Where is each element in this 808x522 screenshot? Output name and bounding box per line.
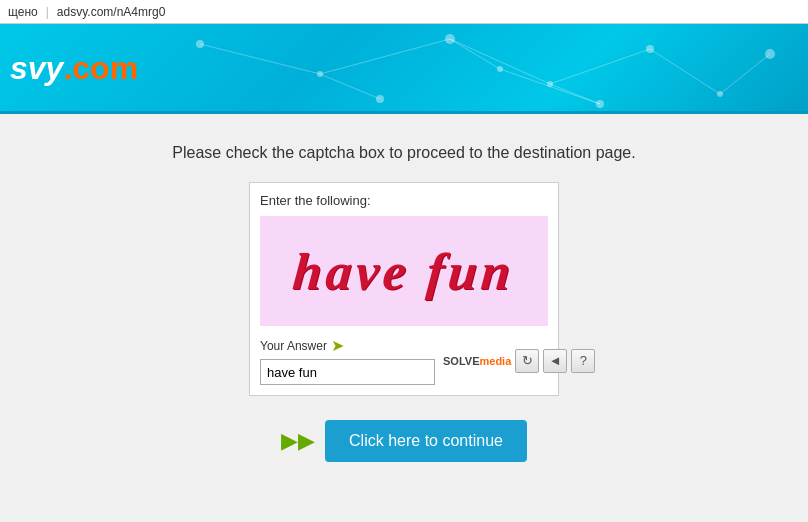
header-banner: svy.com — [0, 24, 808, 114]
separator: | — [46, 5, 49, 19]
svg-line-15 — [720, 54, 770, 94]
site-label: щено — [8, 5, 38, 19]
audio-icon: ◄ — [549, 353, 562, 368]
address-bar: щено | adsvy.com/nA4mrg0 — [0, 0, 808, 24]
captcha-refresh-button[interactable]: ↻ — [515, 349, 539, 373]
captcha-container: Enter the following: have fun Your Answe… — [249, 182, 559, 396]
captcha-footer: Your Answer ➤ SOLVEmedia ↻ ◄ ? — [260, 336, 548, 385]
svg-line-16 — [320, 74, 380, 99]
svg-line-19 — [500, 69, 600, 104]
svg-line-10 — [200, 44, 320, 74]
captcha-answer-input[interactable] — [260, 359, 435, 385]
continue-button[interactable]: Click here to continue — [325, 420, 527, 462]
solve-media-logo: SOLVEmedia — [443, 355, 511, 367]
svg-line-14 — [650, 49, 720, 94]
answer-arrow-icon: ➤ — [331, 336, 344, 355]
help-icon: ? — [580, 353, 587, 368]
refresh-icon: ↻ — [522, 353, 533, 368]
captcha-enter-label: Enter the following: — [260, 193, 548, 208]
captcha-help-button[interactable]: ? — [571, 349, 595, 373]
green-arrows-icon: ▶▶ — [281, 428, 315, 454]
captcha-word-display: have fun — [291, 242, 517, 301]
instruction-text: Please check the captcha box to proceed … — [172, 144, 635, 162]
captcha-controls: SOLVEmedia ↻ ◄ ? — [443, 349, 595, 373]
url-display: adsvy.com/nA4mrg0 — [57, 5, 166, 19]
svg-line-13 — [550, 49, 650, 84]
svg-line-17 — [450, 39, 500, 69]
logo-svy: svy — [10, 49, 63, 85]
captcha-answer-area: Your Answer ➤ — [260, 336, 435, 385]
svg-line-12 — [450, 39, 550, 84]
captcha-audio-button[interactable]: ◄ — [543, 349, 567, 373]
svg-line-11 — [320, 39, 450, 74]
continue-area: ▶▶ Click here to continue — [281, 420, 527, 462]
logo: svy.com — [10, 49, 138, 86]
your-answer-label: Your Answer ➤ — [260, 336, 435, 355]
logo-dotcom: .com — [63, 49, 138, 85]
main-content: Please check the captcha box to proceed … — [0, 114, 808, 514]
captcha-image: have fun — [260, 216, 548, 326]
